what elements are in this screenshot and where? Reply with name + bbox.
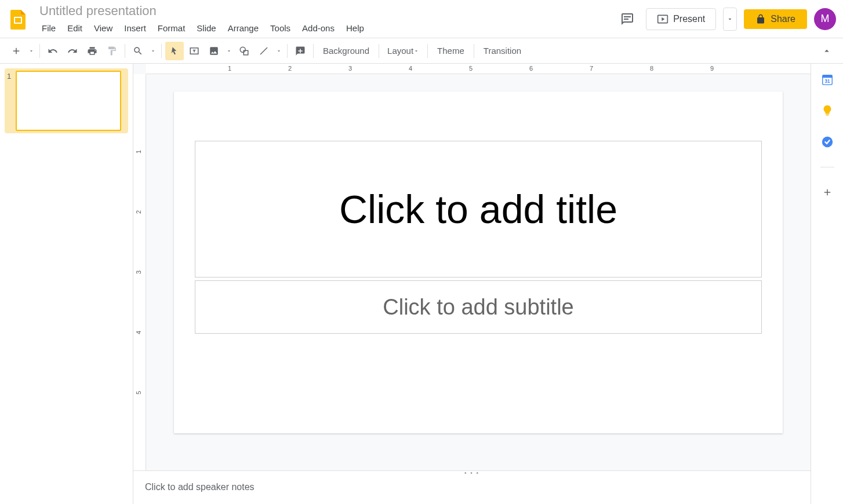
comment-tool[interactable] — [291, 42, 310, 60]
transition-button[interactable]: Transition — [478, 42, 527, 59]
svg-rect-6 — [244, 50, 248, 55]
zoom-icon — [133, 46, 143, 56]
svg-rect-10 — [826, 114, 829, 115]
comments-button[interactable] — [616, 8, 639, 31]
title-area: Untitled presentation File Edit View Ins… — [37, 2, 616, 35]
svg-rect-1 — [15, 18, 21, 23]
image-tool[interactable] — [205, 42, 223, 60]
separator — [379, 44, 379, 58]
canvas-area: 1 2 3 4 5 6 7 8 9 1 2 3 4 5 — [133, 64, 811, 504]
line-dropdown[interactable] — [274, 42, 284, 60]
chevron-down-icon — [726, 16, 733, 23]
hide-menus-button[interactable] — [817, 42, 836, 60]
tasks-icon — [821, 136, 834, 148]
separator — [125, 44, 125, 58]
lock-icon — [755, 14, 766, 24]
svg-rect-3 — [624, 19, 628, 20]
ruler-v-mark: 4 — [135, 331, 142, 334]
present-button[interactable]: Present — [646, 8, 716, 30]
share-label: Share — [771, 14, 795, 24]
theme-button[interactable]: Theme — [431, 42, 470, 59]
vertical-ruler[interactable]: 1 2 3 4 5 — [133, 74, 146, 470]
notes-resize-handle[interactable]: • • • — [133, 470, 811, 475]
menu-arrange[interactable]: Arrange — [223, 21, 263, 35]
horizontal-ruler[interactable]: 1 2 3 4 5 6 7 8 9 — [146, 64, 811, 74]
subtitle-placeholder: Click to add subtitle — [383, 295, 574, 320]
svg-point-5 — [240, 47, 245, 52]
ruler-h-mark: 4 — [409, 65, 412, 72]
add-comment-icon — [295, 46, 306, 56]
menu-view[interactable]: View — [89, 21, 117, 35]
title-textbox[interactable]: Click to add title — [195, 141, 762, 277]
paint-format-button[interactable] — [103, 42, 121, 60]
shape-tool[interactable] — [235, 42, 253, 60]
chevron-down-icon — [28, 48, 34, 54]
ruler-v-mark: 1 — [135, 150, 142, 154]
ruler-h-mark: 5 — [469, 65, 473, 72]
keep-addon[interactable] — [821, 104, 834, 117]
ruler-v-mark: 3 — [135, 271, 142, 274]
ruler-v-mark: 2 — [135, 210, 142, 214]
document-title[interactable]: Untitled presentation — [37, 2, 616, 20]
new-slide-button[interactable] — [7, 42, 26, 60]
redo-button[interactable] — [63, 42, 82, 60]
shape-icon — [239, 46, 249, 56]
paint-roller-icon — [107, 46, 117, 56]
ruler-h-mark: 1 — [228, 65, 231, 72]
background-button[interactable]: Background — [317, 42, 375, 59]
slide-thumbnail-1[interactable]: 1 — [5, 68, 128, 133]
tasks-addon[interactable] — [821, 136, 834, 148]
calendar-icon: 31 — [821, 73, 834, 86]
cursor-icon — [170, 46, 179, 56]
slides-logo[interactable] — [7, 8, 30, 31]
ruler-h-mark: 2 — [288, 65, 292, 72]
speaker-notes-placeholder: Click to add speaker notes — [145, 482, 255, 492]
subtitle-textbox[interactable]: Click to add subtitle — [195, 280, 762, 334]
title-placeholder: Click to add title — [339, 187, 617, 232]
menu-addons[interactable]: Add-ons — [297, 21, 339, 35]
chevron-down-icon — [413, 48, 419, 54]
layout-label: Layout — [387, 46, 413, 56]
chevron-down-icon — [276, 48, 282, 54]
play-icon — [657, 13, 668, 25]
print-button[interactable] — [83, 42, 101, 60]
select-tool[interactable] — [165, 42, 184, 60]
ruler-h-mark: 9 — [710, 65, 714, 72]
calendar-addon[interactable]: 31 — [821, 73, 834, 86]
menu-help[interactable]: Help — [341, 21, 369, 35]
slide-canvas[interactable]: Click to add title Click to add subtitle — [174, 92, 783, 433]
canvas-body: 1 2 3 4 5 Click to add title Click to ad… — [133, 74, 811, 470]
slide-number: 1 — [7, 71, 11, 81]
undo-icon — [48, 46, 58, 56]
layout-button[interactable]: Layout — [383, 42, 424, 59]
ruler-h-mark: 3 — [348, 65, 352, 72]
menu-file[interactable]: File — [37, 21, 60, 35]
menu-insert[interactable]: Insert — [119, 21, 151, 35]
main-area: 1 1 2 3 4 5 6 7 8 9 1 2 3 4 5 — [0, 64, 843, 504]
menu-edit[interactable]: Edit — [63, 21, 87, 35]
user-avatar[interactable]: M — [814, 8, 836, 30]
present-dropdown[interactable] — [723, 8, 737, 31]
line-icon — [259, 46, 269, 56]
menu-slide[interactable]: Slide — [192, 21, 220, 35]
speaker-notes[interactable]: Click to add speaker notes — [133, 475, 811, 504]
textbox-icon — [189, 46, 199, 56]
zoom-dropdown[interactable] — [148, 42, 158, 60]
print-icon — [87, 46, 97, 56]
new-slide-dropdown[interactable] — [27, 42, 36, 60]
line-tool[interactable] — [255, 42, 273, 60]
image-dropdown[interactable] — [224, 42, 234, 60]
share-button[interactable]: Share — [744, 9, 807, 29]
menu-tools[interactable]: Tools — [266, 21, 295, 35]
separator — [161, 44, 162, 58]
separator — [39, 44, 40, 58]
textbox-tool[interactable] — [185, 42, 204, 60]
slide-container[interactable]: Click to add title Click to add subtitle — [146, 74, 811, 470]
undo-button[interactable] — [43, 42, 62, 60]
menu-format[interactable]: Format — [153, 21, 190, 35]
ruler-v-mark: 5 — [135, 391, 142, 395]
image-icon — [209, 46, 219, 56]
zoom-button[interactable] — [129, 42, 147, 60]
redo-icon — [67, 46, 78, 56]
add-addon-button[interactable] — [821, 186, 834, 199]
